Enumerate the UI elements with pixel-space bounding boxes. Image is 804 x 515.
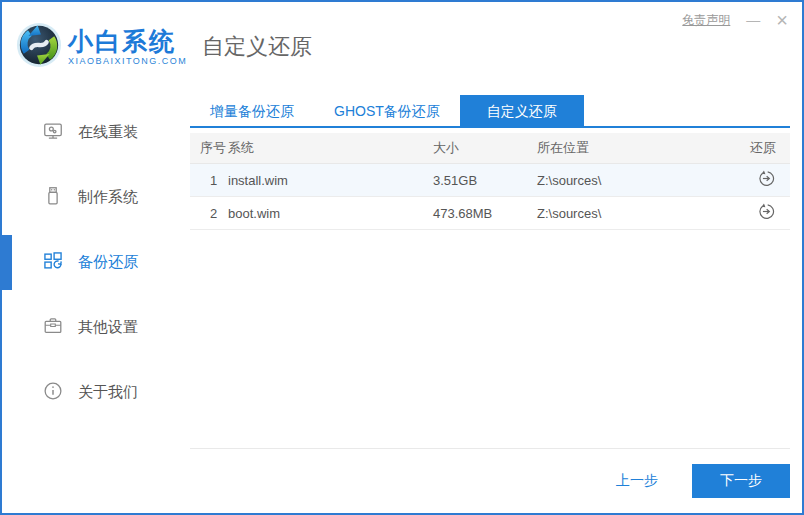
- sidebar-item-label: 在线重装: [78, 123, 138, 142]
- page-title: 自定义还原: [202, 32, 312, 62]
- sidebar-item-label: 备份还原: [78, 253, 138, 272]
- monitor-icon: [42, 120, 64, 145]
- column-header-system: 系统: [228, 139, 433, 157]
- column-header-index: 序号: [190, 139, 228, 157]
- toolbox-icon: [42, 315, 64, 340]
- restore-arrow-icon: [757, 169, 776, 191]
- restore-button[interactable]: [757, 202, 776, 224]
- sidebar-item-make-system[interactable]: 制作系统: [2, 165, 186, 230]
- sidebar-item-label: 制作系统: [78, 188, 138, 207]
- sidebar-item-backup-restore[interactable]: 备份还原: [2, 230, 186, 295]
- cell-system: install.wim: [228, 173, 433, 188]
- tab-ghost-backup-restore[interactable]: GHOST备份还原: [314, 95, 460, 128]
- cell-index: 2: [190, 206, 228, 221]
- logo-sync-icon: [16, 22, 62, 72]
- cell-location: Z:\sources\: [537, 206, 730, 221]
- sidebar-item-about-us[interactable]: 关于我们: [2, 360, 186, 425]
- close-button[interactable]: ×: [776, 10, 788, 30]
- titlebar-controls: 免责声明 — ×: [682, 10, 788, 30]
- previous-step-button[interactable]: 上一步: [616, 472, 658, 490]
- sidebar: 在线重装 制作系统: [2, 92, 186, 513]
- info-icon: [42, 380, 64, 405]
- restore-arrow-icon: [757, 202, 776, 224]
- cell-system: boot.wim: [228, 206, 433, 221]
- logo-text: 小白系统 XIAOBAIXITONG.COM: [68, 28, 187, 67]
- logo-title: 小白系统: [68, 28, 187, 56]
- tab-incremental-backup-restore[interactable]: 增量备份还原: [190, 95, 314, 128]
- app-window: 免责声明 — ×: [0, 0, 804, 515]
- sidebar-item-online-reinstall[interactable]: 在线重装: [2, 100, 186, 165]
- column-header-location: 所在位置: [537, 139, 730, 157]
- wizard-footer: 上一步 下一步: [190, 448, 790, 513]
- table-row: 2 boot.wim 473.68MB Z:\sources\: [190, 197, 790, 230]
- main-content: 增量备份还原 GHOST备份还原 自定义还原 序号 系统 大小 所在位置 还原 …: [186, 92, 802, 513]
- next-step-button[interactable]: 下一步: [692, 464, 790, 498]
- table-header-row: 序号 系统 大小 所在位置 还原: [190, 133, 790, 164]
- restore-button[interactable]: [757, 169, 776, 191]
- backup-grid-icon: [42, 250, 64, 275]
- logo-subtitle: XIAOBAIXITONG.COM: [68, 56, 187, 66]
- disclaimer-link[interactable]: 免责声明: [682, 12, 730, 29]
- sidebar-item-label: 其他设置: [78, 318, 138, 337]
- column-header-size: 大小: [433, 139, 537, 157]
- cell-size: 3.51GB: [433, 173, 537, 188]
- sidebar-item-other-settings[interactable]: 其他设置: [2, 295, 186, 360]
- usb-drive-icon: [42, 185, 64, 210]
- cell-size: 473.68MB: [433, 206, 537, 221]
- window-body: 在线重装 制作系统: [2, 92, 802, 513]
- app-logo: 小白系统 XIAOBAIXITONG.COM: [2, 22, 186, 72]
- sidebar-item-label: 关于我们: [78, 383, 138, 402]
- tab-custom-restore[interactable]: 自定义还原: [460, 95, 584, 128]
- cell-index: 1: [190, 173, 228, 188]
- active-indicator-bar: [2, 235, 12, 290]
- table-row: 1 install.wim 3.51GB Z:\sources\: [190, 164, 790, 197]
- cell-location: Z:\sources\: [537, 173, 730, 188]
- tab-bar: 增量备份还原 GHOST备份还原 自定义还原: [190, 95, 790, 128]
- restore-files-table: 序号 系统 大小 所在位置 还原 1 install.wim 3.51GB Z:…: [190, 133, 790, 230]
- column-header-restore: 还原: [730, 139, 790, 157]
- minimize-button[interactable]: —: [746, 13, 760, 27]
